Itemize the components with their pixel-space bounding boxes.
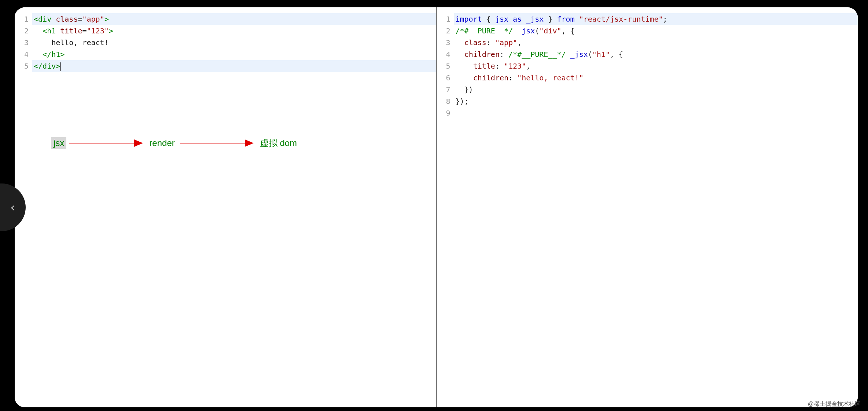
line-number: 6 xyxy=(437,72,454,84)
code-token: "div" xyxy=(539,26,561,35)
code-token: , { xyxy=(610,50,623,59)
code-token: < xyxy=(43,26,47,35)
code-line[interactable]: <h1 title="123"> xyxy=(32,25,436,37)
left-editor-pane[interactable]: 12345 <div class="app"> <h1 title="123">… xyxy=(15,7,437,407)
code-token: : xyxy=(500,50,508,59)
code-token: , { xyxy=(562,26,575,35)
code-token: /*#__PURE__*/ xyxy=(456,26,513,35)
code-token: ; xyxy=(663,15,667,23)
code-token: _jsx xyxy=(570,50,588,59)
code-token: children xyxy=(473,73,508,82)
code-token: "react/jsx-runtime" xyxy=(579,15,663,23)
watermark-text: @稀土掘金技术社区 xyxy=(808,400,861,408)
diagram-label-vdom: 虚拟 dom xyxy=(258,137,299,150)
code-token: _jsx xyxy=(526,15,544,23)
code-token: > xyxy=(56,62,60,70)
line-number: 2 xyxy=(15,25,32,37)
code-token: </ xyxy=(34,62,43,70)
code-token: } xyxy=(544,15,557,23)
code-token: , xyxy=(526,62,530,70)
code-token xyxy=(51,15,56,23)
text-cursor xyxy=(60,62,61,71)
code-line[interactable]: <div class="app"> xyxy=(32,13,436,25)
code-line[interactable]: children: "hello, react!" xyxy=(454,72,858,84)
code-token: </ xyxy=(43,50,51,59)
code-line[interactable]: /*#__PURE__*/ _jsx("div", { xyxy=(454,25,858,37)
code-token: class xyxy=(56,15,78,23)
code-token: > xyxy=(104,15,109,23)
code-token: import xyxy=(456,15,482,23)
code-token: ( xyxy=(588,50,592,59)
code-token: title xyxy=(473,62,495,70)
code-line[interactable]: }) xyxy=(454,84,858,95)
left-code-area[interactable]: <div class="app"> <h1 title="123"> hello… xyxy=(32,7,436,407)
line-number: 4 xyxy=(437,48,454,60)
code-token: title xyxy=(60,26,82,35)
code-token: = xyxy=(82,26,87,35)
code-token xyxy=(513,26,517,35)
right-line-gutter: 123456789 xyxy=(437,7,454,407)
arrow-icon xyxy=(66,139,147,147)
code-token: "app" xyxy=(82,15,104,23)
code-token xyxy=(456,73,473,82)
code-token: : xyxy=(508,73,517,82)
code-token: ( xyxy=(535,26,539,35)
code-token: "123" xyxy=(504,62,526,70)
line-number: 9 xyxy=(437,107,454,119)
code-token: h1 xyxy=(51,50,60,59)
code-line[interactable]: </h1> xyxy=(32,48,436,60)
right-editor-pane[interactable]: 123456789 import { jsx as _jsx } from "r… xyxy=(437,7,858,407)
line-number: 3 xyxy=(15,37,32,48)
line-number: 5 xyxy=(437,60,454,72)
code-token: : xyxy=(486,38,495,47)
code-token xyxy=(575,15,579,23)
line-number: 2 xyxy=(437,25,454,37)
code-token: _jsx xyxy=(517,26,535,35)
code-token: }); xyxy=(456,97,469,106)
code-token: > xyxy=(109,26,113,35)
code-token: : xyxy=(495,62,504,70)
code-token xyxy=(522,15,526,23)
code-token: children xyxy=(464,50,500,59)
code-token xyxy=(456,62,473,70)
code-line[interactable] xyxy=(454,107,858,119)
code-token xyxy=(456,38,464,47)
diagram-label-jsx: jsx xyxy=(51,137,66,149)
code-token: = xyxy=(78,15,82,23)
line-number: 4 xyxy=(15,48,32,60)
code-token: "h1" xyxy=(592,50,610,59)
code-line[interactable]: hello, react! xyxy=(32,37,436,48)
code-token: jsx xyxy=(495,15,508,23)
code-line[interactable]: import { jsx as _jsx } from "react/jsx-r… xyxy=(454,13,858,25)
code-token xyxy=(34,50,43,59)
code-token: div xyxy=(38,15,51,23)
code-token: /*#__PURE__*/ xyxy=(508,50,566,59)
code-line[interactable]: children: /*#__PURE__*/ _jsx("h1", { xyxy=(454,48,858,60)
code-token: as xyxy=(513,15,522,23)
code-token: < xyxy=(34,15,38,23)
code-token xyxy=(456,50,464,59)
code-token: }) xyxy=(456,85,473,94)
code-token: hello, react! xyxy=(34,38,109,47)
code-token: "app" xyxy=(495,38,517,47)
editor-window: 12345 <div class="app"> <h1 title="123">… xyxy=(15,7,858,407)
line-number: 1 xyxy=(437,13,454,25)
code-token xyxy=(566,50,570,59)
code-line[interactable]: title: "123", xyxy=(454,60,858,72)
code-token xyxy=(34,26,43,35)
code-token: { xyxy=(482,15,495,23)
code-token: div xyxy=(43,62,56,70)
code-line[interactable]: }); xyxy=(454,95,858,107)
diagram-label-render: render xyxy=(147,137,177,149)
arrow-icon xyxy=(177,139,258,147)
code-token: "hello, react!" xyxy=(517,73,584,82)
code-token: class xyxy=(464,38,486,47)
code-token: > xyxy=(60,50,65,59)
jsx-flow-diagram: jsx render 虚拟 dom xyxy=(51,132,315,154)
line-number: 1 xyxy=(15,13,32,25)
code-line[interactable]: class: "app", xyxy=(454,37,858,48)
right-code-area[interactable]: import { jsx as _jsx } from "react/jsx-r… xyxy=(454,7,858,407)
line-number: 5 xyxy=(15,60,32,72)
code-token: h1 xyxy=(47,26,56,35)
code-line[interactable]: </div> xyxy=(32,60,436,72)
